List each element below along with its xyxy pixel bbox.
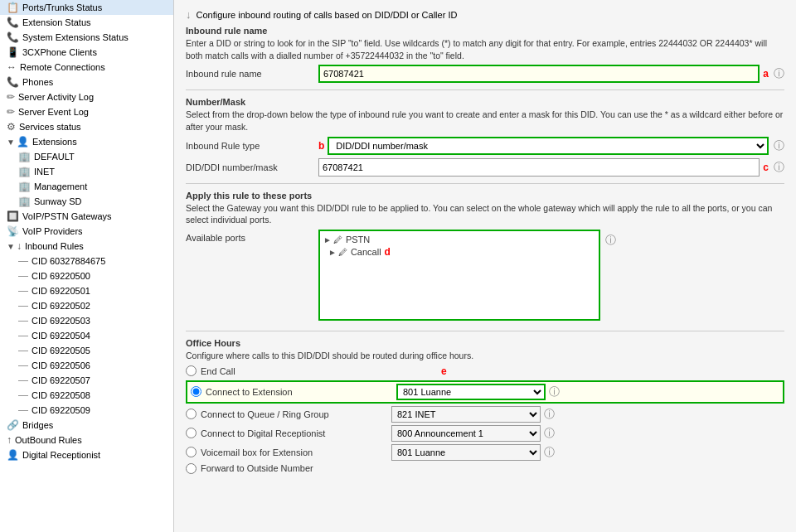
pstn-expander-icon[interactable]: ► xyxy=(323,235,332,244)
sidebar-item-5[interactable]: 📞Phones xyxy=(0,75,173,89)
sidebar-item-19[interactable]: —CID 69220501 xyxy=(0,283,173,298)
sidebar-item-8[interactable]: ⚙Services status xyxy=(0,119,173,134)
sidebar-item-16[interactable]: ▼↓Inbound Rules xyxy=(0,239,173,254)
apply-ports-instr: Select the Gateway you want this DID/DDI… xyxy=(186,202,784,226)
label-b: b xyxy=(318,140,324,152)
sidebar-item-27[interactable]: —CID 69220509 xyxy=(0,403,173,418)
inbound-rule-name-input[interactable] xyxy=(318,65,760,83)
cid-icon-23: — xyxy=(18,345,28,356)
sidebar-item-23[interactable]: —CID 69220505 xyxy=(0,343,173,358)
sidebar-item-label-12: Management xyxy=(34,181,87,191)
sidebar-item-label-4: Remote Connections xyxy=(20,62,105,72)
sidebar-item-label-14: VoIP/PSTN Gateways xyxy=(22,211,112,221)
connect-queue-info-icon[interactable]: ⓘ xyxy=(544,407,555,422)
sidebar-item-15[interactable]: 📡VoIP Providers xyxy=(0,224,173,239)
inbound-rule-name-title: Inbound rule name xyxy=(186,26,784,36)
connect-extension-info-icon[interactable]: ⓘ xyxy=(549,384,560,399)
sidebar-item-18[interactable]: —CID 69220500 xyxy=(0,268,173,283)
connect-queue-radio[interactable] xyxy=(186,409,197,419)
sidebar-item-1[interactable]: 📞Extension Status xyxy=(0,15,173,30)
voicemail-select[interactable]: 801 Luanne xyxy=(391,444,541,461)
sidebar-item-0[interactable]: 📋Ports/Trunks Status xyxy=(0,0,173,15)
sidebar-item-10[interactable]: 🏢DEFAULT xyxy=(0,149,173,164)
connect-extension-radio[interactable] xyxy=(191,386,201,397)
connect-receptionist-select[interactable]: 800 Announcement 1 xyxy=(391,425,541,442)
expander-icon-9[interactable]: ▼ xyxy=(7,138,15,147)
cid-icon-27: — xyxy=(18,404,28,416)
sidebar-item-25[interactable]: —CID 69220507 xyxy=(0,373,173,388)
sidebar-item-6[interactable]: ✏Server Activity Log xyxy=(0,89,173,104)
sidebar-item-4[interactable]: ↔Remote Connections xyxy=(0,60,173,75)
inbound-rule-type-select[interactable]: DID/DDI number/mask xyxy=(328,137,769,155)
apply-ports-title: Apply this rule to these ports xyxy=(186,191,784,201)
sidebar-item-label-15: VoIP Providers xyxy=(22,226,83,236)
sidebar-item-22[interactable]: —CID 69220504 xyxy=(0,328,173,343)
sidebar-item-2[interactable]: 📞System Extensions Status xyxy=(0,30,173,45)
ports-box[interactable]: ► 🖉 PSTN ► 🖉 Cancall d xyxy=(318,230,600,321)
sidebar-item-29[interactable]: ↑OutBound Rules xyxy=(0,433,173,447)
did-ddi-input[interactable] xyxy=(318,158,760,177)
sidebar-item-24[interactable]: —CID 69220506 xyxy=(0,358,173,373)
inbound-rule-type-info-icon[interactable]: ⓘ xyxy=(774,138,784,153)
sidebar-item-3[interactable]: 📱3CXPhone Clients xyxy=(0,45,173,60)
inbound-rule-name-row: Inbound rule name a ⓘ xyxy=(186,65,784,83)
office-hours-section: Office Hours Configure where calls to th… xyxy=(186,338,784,474)
port-pstn-item[interactable]: ► 🖉 PSTN xyxy=(323,235,595,244)
inbound-rule-name-info-icon[interactable]: ⓘ xyxy=(774,66,784,81)
inbound-rule-name-instr: Enter a DID or string to look for in the… xyxy=(186,37,784,61)
available-ports-label: Available ports xyxy=(186,230,318,243)
sidebar-item-label-0: Ports/Trunks Status xyxy=(22,2,102,12)
sidebar-item-28[interactable]: 🔗Bridges xyxy=(0,418,173,433)
cid-icon-26: — xyxy=(18,389,28,401)
sidebar-item-label-19: CID 69220501 xyxy=(32,286,90,296)
sidebar-item-21[interactable]: —CID 69220503 xyxy=(0,313,173,328)
cancall-expander-icon[interactable]: ► xyxy=(328,248,337,257)
sidebar-item-7[interactable]: ✏Server Event Log xyxy=(0,104,173,119)
sidebar-item-label-20: CID 69220502 xyxy=(32,301,90,311)
did-ddi-label: DID/DDI number/mask xyxy=(186,162,318,172)
sidebar-icon-1: 📞 xyxy=(7,17,19,28)
sidebar-item-label-1: Extension Status xyxy=(22,17,91,27)
sidebar-item-label-23: CID 69220505 xyxy=(32,346,90,355)
did-ddi-info-icon[interactable]: ⓘ xyxy=(774,160,784,175)
forward-outside-label: Forward to Outside Number xyxy=(201,463,391,473)
sidebar-item-label-11: INET xyxy=(34,167,55,177)
sidebar-icon-29: ↑ xyxy=(7,434,12,446)
sidebar-item-30[interactable]: 👤Digital Receptionist xyxy=(0,447,173,462)
connect-extension-select[interactable]: 801 Luanne xyxy=(396,384,546,400)
label-e: e xyxy=(441,365,447,377)
sidebar-item-17[interactable]: —CID 60327884675 xyxy=(0,254,173,268)
sidebar-item-14[interactable]: 🔲VoIP/PSTN Gateways xyxy=(0,209,173,224)
cid-icon-24: — xyxy=(18,360,28,371)
connect-receptionist-radio[interactable] xyxy=(186,428,197,438)
sidebar-item-label-2: System Extensions Status xyxy=(22,32,129,42)
pstn-icon: 🖉 xyxy=(333,235,342,244)
end-call-label: End Call xyxy=(201,366,391,376)
expander-icon-16[interactable]: ▼ xyxy=(7,242,15,251)
connect-extension-label: Connect to Extension xyxy=(206,387,396,397)
connect-queue-select[interactable]: 821 INET xyxy=(391,406,541,423)
connect-queue-label: Connect to Queue / Ring Group xyxy=(201,409,391,419)
sidebar-item-label-22: CID 69220504 xyxy=(32,331,90,341)
sidebar-item-20[interactable]: —CID 69220502 xyxy=(0,298,173,313)
sidebar-item-11[interactable]: 🏢INET xyxy=(0,164,173,179)
sidebar-icon-11: 🏢 xyxy=(18,166,31,177)
end-call-radio[interactable] xyxy=(186,365,197,376)
sidebar-item-label-6: Server Activity Log xyxy=(18,92,94,102)
forward-outside-radio[interactable] xyxy=(186,463,197,474)
connect-receptionist-info-icon[interactable]: ⓘ xyxy=(544,426,555,441)
connect-receptionist-row: Connect to Digital Receptionist 800 Anno… xyxy=(186,425,784,442)
port-cancall-item[interactable]: ► 🖉 Cancall d xyxy=(323,246,595,258)
cid-icon-25: — xyxy=(18,375,28,386)
sidebar-item-12[interactable]: 🏢Management xyxy=(0,179,173,194)
sidebar-item-13[interactable]: 🏢Sunway SD xyxy=(0,194,173,209)
sidebar-icon-28: 🔗 xyxy=(7,419,19,431)
voicemail-row: Voicemail box for Extension 801 Luanne ⓘ xyxy=(186,444,784,461)
sidebar-item-9[interactable]: ▼👤Extensions xyxy=(0,134,173,149)
voicemail-radio[interactable] xyxy=(186,447,197,457)
ports-info-icon[interactable]: ⓘ xyxy=(605,233,616,248)
ports-list: ► 🖉 PSTN ► 🖉 Cancall d xyxy=(323,235,595,258)
inbound-rule-type-row: Inbound Rule type b DID/DDI number/mask … xyxy=(186,137,784,155)
voicemail-info-icon[interactable]: ⓘ xyxy=(544,445,555,460)
sidebar-item-26[interactable]: —CID 69220508 xyxy=(0,388,173,403)
